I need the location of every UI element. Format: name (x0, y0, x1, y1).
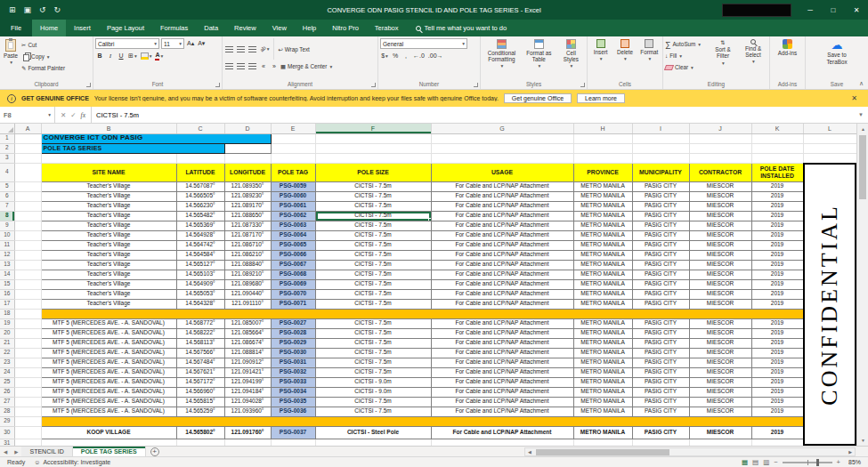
cell-I12[interactable]: PASIG CITY (632, 250, 689, 260)
cell-D23[interactable]: 121.090912° (224, 358, 271, 367)
cell-empty[interactable] (14, 211, 41, 221)
row-header-20[interactable]: 20 (0, 328, 14, 338)
cell-I10[interactable]: PASIG CITY (632, 230, 689, 240)
cell-H5[interactable]: METRO MANILA (573, 181, 632, 191)
sheet-tab-stencil-id[interactable]: STENCIL ID (21, 447, 72, 456)
styles-dialog-launcher-icon[interactable] (580, 83, 585, 87)
page-layout-view-icon[interactable]: ▤ (752, 458, 758, 466)
cell-H13[interactable]: METRO MANILA (573, 260, 632, 270)
cell-empty[interactable] (176, 153, 224, 163)
column-header-G[interactable]: G (431, 124, 573, 133)
get-genuine-office-button[interactable]: Get genuine Office (504, 93, 572, 103)
cell-empty[interactable] (573, 133, 632, 143)
cell-K8[interactable]: 2019 (751, 211, 803, 221)
merge-center-button[interactable]: ▦Merge & Center▾ (280, 61, 332, 71)
font-size-select[interactable]: 11▾ (161, 38, 184, 49)
cell-empty[interactable] (632, 143, 689, 153)
cell-G28[interactable]: For Cable and LCP/NAP Attachment (431, 407, 573, 416)
cell-H20[interactable]: METRO MANILA (573, 328, 632, 338)
clipboard-dialog-launcher-icon[interactable] (86, 83, 91, 87)
cell-J8[interactable]: MIESCOR (689, 211, 751, 221)
cell-I17[interactable]: PASIG CITY (632, 299, 689, 309)
cell-empty[interactable] (573, 153, 632, 163)
save-icon[interactable]: ▣ (24, 5, 32, 14)
cell-B16[interactable]: Teacher's Village (41, 289, 176, 299)
ribbon-tab-data[interactable]: Data (196, 20, 226, 36)
cell-D14[interactable]: 121.089210° (224, 270, 271, 279)
clear-button[interactable]: Clear▾ (665, 62, 707, 72)
ribbon-tab-formulas[interactable]: Formulas (152, 20, 196, 36)
cell-F5[interactable]: CICTSI - 7.5m (315, 181, 431, 191)
cell-C15[interactable]: 14.564909° (176, 279, 224, 289)
addins-button[interactable]: Add-ins (776, 38, 799, 57)
horizontal-scrollbar[interactable]: ◀ ▶ (524, 447, 856, 456)
paste-button[interactable]: Paste ▾ (2, 38, 20, 67)
cell-empty[interactable] (803, 133, 856, 143)
row-header-29[interactable]: 29 (0, 416, 14, 426)
table-header-K[interactable]: POLE DATE INSTALLED (751, 163, 803, 181)
cell-empty[interactable] (315, 439, 431, 446)
cell-C9[interactable]: 14.565369° (176, 221, 224, 230)
ribbon-tab-terabox[interactable]: Terabox (367, 20, 407, 36)
select-all-button[interactable] (0, 124, 14, 133)
cell-G23[interactable]: For Cable and LCP/NAP Attachment (431, 358, 573, 367)
cell-D6[interactable]: 121.089230° (224, 191, 271, 201)
cell-C20[interactable]: 14.568222° (176, 328, 224, 338)
row-header-22[interactable]: 22 (0, 348, 14, 358)
cell-D8[interactable]: 121.088650° (224, 211, 271, 221)
cell-empty[interactable] (14, 299, 41, 309)
cell-E10[interactable]: PSG-0064 (271, 230, 315, 240)
cell-F30[interactable]: CICTSI - Steel Pole (315, 426, 431, 439)
cell-B22[interactable]: MTF 5 (MERCEDES AVE. - A. SANDOVAL) (41, 348, 176, 358)
close-button[interactable]: ✕ (845, 0, 868, 20)
add-sheet-button[interactable]: + (150, 447, 159, 456)
cell-E12[interactable]: PSG-0066 (271, 250, 315, 260)
cell-D9[interactable]: 121.087330° (224, 221, 271, 230)
table-header-F[interactable]: POLE SIZE (315, 163, 431, 181)
cell-D13[interactable]: 121.088840° (224, 260, 271, 270)
percent-style-button[interactable]: % (391, 51, 400, 60)
row-header-4[interactable]: 4 (0, 163, 14, 181)
cell-E22[interactable]: PSG-0030 (271, 348, 315, 358)
cell-B15[interactable]: Teacher's Village (41, 279, 176, 289)
sheet-tab-pole-tag-series[interactable]: POLE TAG SERIES (73, 447, 146, 456)
cell-G12[interactable]: For Cable and LCP/NAP Attachment (431, 250, 573, 260)
cell-H24[interactable]: METRO MANILA (573, 367, 632, 377)
shrink-font-button[interactable]: A▾ (197, 39, 206, 49)
cell-F17[interactable]: CICTSI - 7.5m (315, 299, 431, 309)
cell-J26[interactable]: MIESCOR (689, 387, 751, 397)
font-dialog-launcher-icon[interactable] (215, 83, 220, 87)
cell-H15[interactable]: METRO MANILA (573, 279, 632, 289)
tell-me-box[interactable]: Tell me what you want to do (407, 20, 516, 36)
cell-E5[interactable]: PSG-0059 (271, 181, 315, 191)
cell-D11[interactable]: 121.086710° (224, 240, 271, 250)
cell-I21[interactable]: PASIG CITY (632, 338, 689, 348)
cell-G21[interactable]: For Cable and LCP/NAP Attachment (431, 338, 573, 348)
cell-G17[interactable]: For Cable and LCP/NAP Attachment (431, 299, 573, 309)
cell-D16[interactable]: 121.090440° (224, 289, 271, 299)
cell-C13[interactable]: 14.565127° (176, 260, 224, 270)
cell-K24[interactable]: 2019 (751, 367, 803, 377)
cell-E26[interactable]: PSG-0034 (271, 387, 315, 397)
cell-E11[interactable]: PSG-0065 (271, 240, 315, 250)
zoom-slider[interactable] (783, 462, 832, 463)
column-header-K[interactable]: K (751, 124, 803, 133)
cell-empty[interactable] (14, 250, 41, 260)
hscroll-right-icon[interactable]: ▶ (846, 449, 855, 455)
cell-F15[interactable]: CICTSI - 7.5m (315, 279, 431, 289)
normal-view-icon[interactable]: ▦ (742, 458, 748, 466)
cell-styles-button[interactable]: Cell Styles▾ (557, 38, 585, 70)
cell-empty[interactable] (14, 407, 41, 416)
ribbon-tab-review[interactable]: Review (226, 20, 264, 36)
cell-H14[interactable]: METRO MANILA (573, 270, 632, 279)
cell-B28[interactable]: MTF 5 (MERCEDES AVE. - A. SANDOVAL) (41, 407, 176, 416)
cell-D24[interactable]: 121.091421° (224, 367, 271, 377)
cell-F21[interactable]: CICTSI - 7.5m (315, 338, 431, 348)
cell-F10[interactable]: CICTSI - 7.5m (315, 230, 431, 240)
cell-F14[interactable]: CICTSI - 7.5m (315, 270, 431, 279)
row-header-6[interactable]: 6 (0, 191, 14, 201)
cell-B17[interactable]: Teacher's Village (41, 299, 176, 309)
cell-B19[interactable]: MTF 5 (MERCEDES AVE. - A. SANDOVAL) (41, 318, 176, 328)
cell-empty[interactable] (14, 201, 41, 211)
column-header-A[interactable]: A (14, 124, 41, 133)
